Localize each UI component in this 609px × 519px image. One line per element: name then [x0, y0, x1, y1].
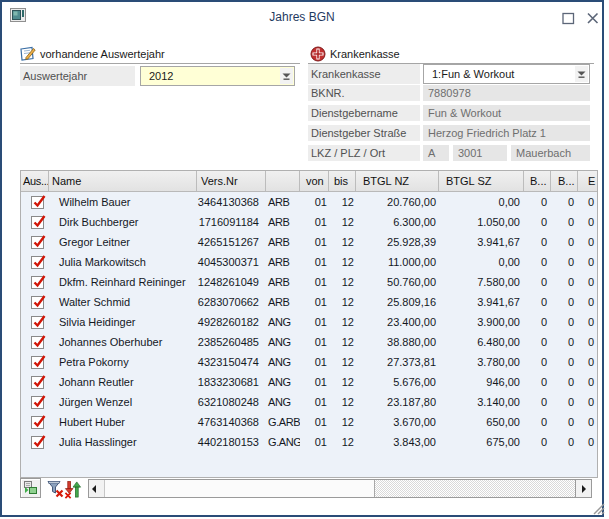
cell-type: ARB	[266, 272, 300, 292]
table-row[interactable]: Johann Reutler1833230681ANG01125.676,009…	[21, 372, 597, 392]
cell-type: ANG	[266, 352, 300, 372]
cell-name: Silvia Heidinger	[49, 312, 197, 332]
cell-name: Jürgen Wenzel	[49, 392, 197, 412]
table-row[interactable]: Gregor Leitner4265151267ARB011225.928,39…	[21, 232, 597, 252]
transfer-icon	[21, 479, 40, 497]
scroll-right-button[interactable]	[575, 480, 591, 497]
column-header-b-[interactable]: B...	[551, 171, 578, 191]
cell-von: 01	[300, 432, 329, 452]
cell-b1: 0	[524, 332, 551, 352]
resize-grip[interactable]	[588, 498, 606, 515]
cell-btgl_nz: 27.373,81	[356, 352, 439, 372]
row-checkbox[interactable]	[31, 256, 44, 269]
column-header-e[interactable]: E	[578, 171, 598, 191]
scrollbar-thumb[interactable]	[105, 480, 375, 497]
row-checkbox[interactable]	[31, 416, 44, 429]
row-checkbox[interactable]	[31, 376, 44, 389]
table-body: Wilhelm Bauer3464130368ARB011220.760,000…	[21, 192, 597, 452]
cell-b2: 0	[551, 332, 578, 352]
cell-b1: 0	[524, 352, 551, 372]
cell-btgl_sz: 0,00	[439, 252, 524, 272]
row-checkbox[interactable]	[31, 296, 44, 309]
cell-b3: 0	[578, 292, 598, 312]
table-row[interactable]: Dkfm. Reinhard Reininger1248261049ARB011…	[21, 272, 597, 292]
table-row[interactable]: Julia Markowitsch4045300371ARB011211.000…	[21, 252, 597, 272]
row-checkbox[interactable]	[31, 236, 44, 249]
table-row[interactable]: Jürgen Wenzel6321080248ANG011223.187,803…	[21, 392, 597, 412]
column-header-btgl-nz[interactable]: BTGL NZ	[356, 171, 439, 191]
cell-b2: 0	[551, 352, 578, 372]
ort-value: Mauerbach	[511, 145, 590, 161]
cell-btgl_nz: 23.400,00	[356, 312, 439, 332]
year-combobox[interactable]: 2012	[140, 66, 295, 86]
table-row[interactable]: Petra Pokorny4323150474ANG011227.373,813…	[21, 352, 597, 372]
dialog-window: Jahres BGN vorhandene Auswertejahr Auswe…	[0, 0, 604, 517]
cell-bis: 12	[329, 212, 356, 232]
left-panel-underline	[20, 63, 300, 64]
table-row[interactable]: Julia Hasslinger4402180153G.ANG01123.843…	[21, 432, 597, 452]
scroll-left-button[interactable]	[89, 480, 105, 497]
cell-bis: 12	[329, 292, 356, 312]
column-header-aus-[interactable]: Aus...	[21, 171, 49, 191]
row-checkbox[interactable]	[31, 316, 44, 329]
column-header-btgl-sz[interactable]: BTGL SZ	[439, 171, 524, 191]
cell-name: Gregor Leitner	[49, 232, 197, 252]
filter-delete-icon[interactable]	[47, 480, 65, 499]
horizontal-scrollbar[interactable]	[88, 479, 592, 498]
row-checkbox[interactable]	[31, 336, 44, 349]
cell-b3: 0	[578, 312, 598, 332]
transfer-button[interactable]	[20, 478, 41, 498]
cell-b1: 0	[524, 212, 551, 232]
cell-btgl_sz: 3.941,67	[439, 232, 524, 252]
kasse-combobox[interactable]: 1:Fun & Workout	[423, 64, 590, 84]
column-header-blank[interactable]	[266, 171, 300, 191]
column-header-b-[interactable]: B...	[524, 171, 551, 191]
checkbox-cell	[21, 392, 49, 412]
row-checkbox[interactable]	[31, 196, 44, 209]
lkz-value: A	[423, 145, 449, 161]
cell-b2: 0	[551, 252, 578, 272]
column-header-von[interactable]: von	[300, 171, 329, 191]
checkbox-cell	[21, 192, 49, 212]
employee-table: Aus...NameVers.NrvonbisBTGL NZBTGL SZB..…	[20, 170, 598, 478]
cell-b3: 0	[578, 392, 598, 412]
table-row[interactable]: Silvia Heidinger4928260182ANG011223.400,…	[21, 312, 597, 332]
column-header-vers-nr[interactable]: Vers.Nr	[197, 171, 266, 191]
cell-name: Hubert Huber	[49, 412, 197, 432]
row-checkbox[interactable]	[31, 356, 44, 369]
close-button[interactable]	[585, 10, 601, 26]
row-checkbox[interactable]	[31, 436, 44, 449]
cell-name: Johannes Oberhuber	[49, 332, 197, 352]
table-row[interactable]: Wilhelm Bauer3464130368ARB011220.760,000…	[21, 192, 597, 212]
table-row[interactable]: Walter Schmid6283070662ARB011225.809,163…	[21, 292, 597, 312]
cell-btgl_sz: 675,00	[439, 432, 524, 452]
table-row[interactable]: Dirk Buchberger1716091184ARB01126.300,00…	[21, 212, 597, 232]
cell-btgl_sz: 946,00	[439, 372, 524, 392]
table-row[interactable]: Hubert Huber4763140368G.ARB01123.670,006…	[21, 412, 597, 432]
cell-von: 01	[300, 332, 329, 352]
right-arrow-icon	[582, 485, 586, 493]
table-row[interactable]: Johannes Oberhuber2385260485ANG011238.88…	[21, 332, 597, 352]
cell-versnr: 2385260485	[197, 332, 266, 352]
cell-versnr: 4763140368	[197, 412, 266, 432]
plz-value: 3001	[453, 145, 507, 161]
cell-btgl_sz: 6.480,00	[439, 332, 524, 352]
cell-b1: 0	[524, 392, 551, 412]
column-header-name[interactable]: Name	[49, 171, 197, 191]
row-checkbox[interactable]	[31, 216, 44, 229]
sort-arrows-icon[interactable]	[64, 480, 82, 499]
row-checkbox[interactable]	[31, 396, 44, 409]
year-dropdown-button[interactable]	[280, 68, 293, 84]
cell-b1: 0	[524, 292, 551, 312]
column-header-bis[interactable]: bis	[329, 171, 356, 191]
cell-b1: 0	[524, 432, 551, 452]
row-checkbox[interactable]	[31, 276, 44, 289]
dienstgebername-value: Fun & Workout	[423, 105, 590, 121]
maximize-button[interactable]	[561, 11, 576, 26]
cell-versnr: 3464130368	[197, 192, 266, 212]
cell-von: 01	[300, 392, 329, 412]
scrollbar-track[interactable]	[375, 480, 575, 497]
cell-type: ANG	[266, 372, 300, 392]
kasse-dropdown-button[interactable]	[575, 66, 588, 82]
checkbox-cell	[21, 272, 49, 292]
